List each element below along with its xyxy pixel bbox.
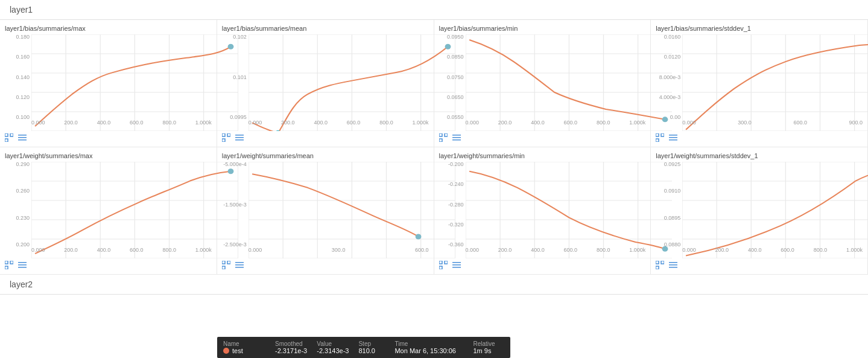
tooltip-smoothed-val: -2.3171e-3 xyxy=(275,347,307,354)
x-label: 1.000k xyxy=(846,248,863,253)
chart-actions-weight-max xyxy=(5,258,212,272)
menu-icon-weight-mean[interactable] xyxy=(235,261,244,270)
svg-rect-74 xyxy=(669,137,677,138)
tooltip-header-time: Time xyxy=(394,340,463,347)
chart-actions-bias-max xyxy=(5,131,212,144)
svg-rect-16 xyxy=(18,135,27,136)
chart-svg-weight-min xyxy=(466,162,673,258)
tooltip-header-step: Step xyxy=(358,340,385,347)
menu-icon-bias-max[interactable] xyxy=(18,133,27,143)
y-label: 0.230 xyxy=(16,216,30,221)
chart-actions-bias-stddev xyxy=(656,131,863,144)
x-axis-bias-min: 0.000200.0400.0600.0800.01.000k xyxy=(466,120,646,131)
chart-area-weight-mean: -5.000e-4-1.500e-3-2.500e-30.000300.0600… xyxy=(222,162,429,258)
svg-rect-130 xyxy=(452,262,461,263)
expand-icon-bias-mean[interactable] xyxy=(222,133,230,143)
x-label: 400.0 xyxy=(531,248,545,253)
y-label: 0.100 xyxy=(16,115,30,120)
svg-rect-91 xyxy=(5,266,8,269)
x-label: 200.0 xyxy=(64,248,78,253)
chart-actions-weight-min xyxy=(439,258,646,272)
chart-svg-weight-stddev xyxy=(682,162,868,258)
y-label: 0.0850 xyxy=(447,54,464,60)
chart-area-weight-stddev: 0.09250.09100.08950.08800.000200.0400.06… xyxy=(656,162,863,258)
x-label: 400.0 xyxy=(97,248,111,253)
x-label: 800.0 xyxy=(162,248,176,253)
x-axis-bias-mean: 0.000200.0400.0600.0800.01.000k xyxy=(249,120,429,131)
svg-rect-131 xyxy=(452,264,461,266)
y-label: 0.0750 xyxy=(447,75,464,80)
svg-rect-92 xyxy=(18,262,27,263)
y-label: 0.160 xyxy=(16,54,30,60)
svg-rect-113 xyxy=(235,267,244,268)
chart-title-weight-min: layer1/weight/summaries/min xyxy=(439,152,646,159)
svg-rect-17 xyxy=(18,137,27,138)
tooltip-header-relative: Relative xyxy=(473,340,499,347)
menu-icon-bias-min[interactable] xyxy=(452,133,461,143)
svg-rect-51 xyxy=(439,133,442,136)
x-label: 400.0 xyxy=(531,120,545,126)
chart-area-weight-min: -0.200-0.240-0.280-0.320-0.3600.000200.0… xyxy=(439,162,646,258)
x-label: 600.0 xyxy=(793,120,807,126)
chart-card-bias-stddev: layer1/bias/summaries/stddev_10.01600.01… xyxy=(651,20,868,147)
y-label: 0.0120 xyxy=(664,54,681,60)
x-label: 600.0 xyxy=(564,120,578,126)
svg-rect-37 xyxy=(235,139,244,141)
tooltip-relative-val: 1m 9s xyxy=(473,347,499,354)
expand-icon-bias-max[interactable] xyxy=(5,133,13,143)
x-axis-weight-mean: 0.000300.0600.0 xyxy=(249,248,429,258)
y-label: 0.0550 xyxy=(447,115,464,120)
svg-rect-32 xyxy=(222,133,225,136)
x-label: 1.000k xyxy=(412,120,428,126)
y-axis-bias-stddev: 0.01600.01208.000e-34.000e-30.00 xyxy=(656,34,682,120)
menu-icon-bias-stddev[interactable] xyxy=(669,133,677,143)
y-label: -5.000e-4 xyxy=(223,162,247,167)
x-label: 0.000 xyxy=(31,248,45,253)
section-title-layer2: layer2 xyxy=(10,280,33,289)
chart-dot-weight-mean xyxy=(415,234,421,239)
x-label: 400.0 xyxy=(314,120,328,126)
menu-icon-bias-mean[interactable] xyxy=(235,133,244,143)
y-label: 4.000e-3 xyxy=(659,95,681,100)
tooltip-name-row: test xyxy=(223,347,265,354)
svg-rect-129 xyxy=(439,266,442,269)
expand-icon-weight-mean[interactable] xyxy=(222,261,230,270)
x-label: 600.0 xyxy=(130,120,144,126)
y-label: 0.260 xyxy=(16,188,30,194)
svg-rect-127 xyxy=(439,261,442,264)
y-label: 0.0910 xyxy=(664,188,681,194)
svg-rect-52 xyxy=(445,133,448,136)
chart-svg-bias-max xyxy=(31,34,238,131)
tooltip-bar: Name test Smoothed -2.3171e-3 Value -2.3… xyxy=(217,337,510,358)
y-label: -2.500e-3 xyxy=(223,242,247,248)
menu-icon-weight-min[interactable] xyxy=(452,261,461,270)
tooltip-col-step: Step 810.0 xyxy=(353,340,390,354)
tooltip-name-val: test xyxy=(232,347,243,354)
y-label: 0.140 xyxy=(16,75,30,80)
chart-card-weight-stddev: layer1/weight/summaries/stddev_10.09250.… xyxy=(651,147,868,275)
x-label: 0.000 xyxy=(31,120,45,126)
chart-card-bias-max: layer1/bias/summaries/max0.1800.1600.140… xyxy=(0,20,217,147)
menu-icon-weight-max[interactable] xyxy=(18,261,27,270)
chart-area-bias-max: 0.1800.1600.1400.1200.1000.000200.0400.0… xyxy=(5,34,212,131)
chart-card-weight-mean: layer1/weight/summaries/mean-5.000e-4-1.… xyxy=(217,147,434,275)
svg-rect-147 xyxy=(661,261,664,264)
expand-icon-weight-stddev[interactable] xyxy=(656,261,664,270)
chart-line-weight-max xyxy=(35,171,230,254)
svg-rect-112 xyxy=(235,264,244,266)
svg-rect-70 xyxy=(656,133,659,136)
tooltip-col-name: Name test xyxy=(223,340,270,354)
y-label: 0.290 xyxy=(16,162,30,167)
chart-line-bias-max xyxy=(35,46,230,126)
menu-icon-weight-stddev[interactable] xyxy=(669,261,677,270)
expand-icon-weight-max[interactable] xyxy=(5,261,13,270)
svg-rect-73 xyxy=(669,135,677,136)
x-label: 0.000 xyxy=(466,248,480,253)
chart-svg-bias-min xyxy=(466,34,673,131)
expand-icon-bias-stddev[interactable] xyxy=(656,133,664,143)
x-label: 400.0 xyxy=(97,120,111,126)
chart-actions-bias-mean xyxy=(222,131,429,144)
expand-icon-bias-min[interactable] xyxy=(439,133,448,143)
x-label: 300.0 xyxy=(332,248,346,253)
expand-icon-weight-min[interactable] xyxy=(439,261,448,270)
